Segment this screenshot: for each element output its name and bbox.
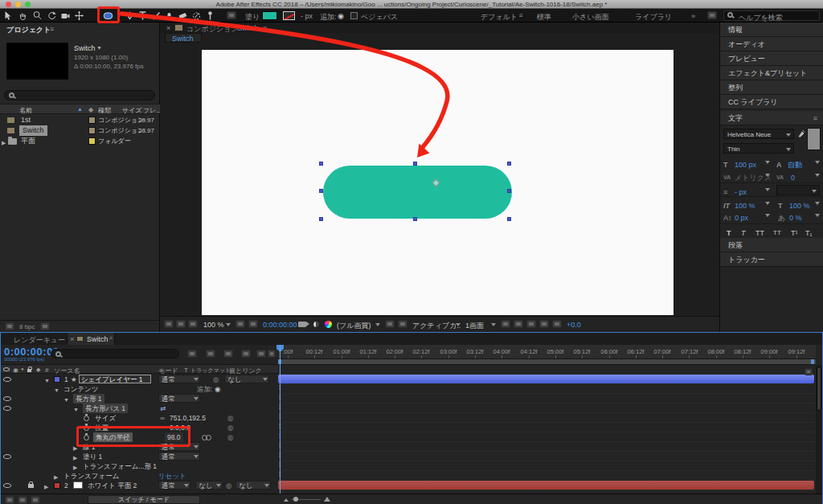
- eye-icon[interactable]: [3, 396, 11, 401]
- camera-tool[interactable]: [60, 10, 71, 21]
- comp-timecode[interactable]: 0:00:00:00: [263, 321, 297, 329]
- project-panel-title[interactable]: プロジェクト: [6, 25, 51, 35]
- group-name[interactable]: トランスフォーム...形 1: [83, 461, 157, 471]
- exposure-value[interactable]: +0.0: [567, 321, 581, 329]
- sort-asc-icon[interactable]: ▲: [77, 106, 83, 112]
- layer-bar-solid[interactable]: [278, 481, 814, 490]
- close-tab-icon[interactable]: ×: [70, 335, 74, 343]
- column-name[interactable]: 名前: [19, 106, 32, 115]
- chevron-down-icon[interactable]: [815, 161, 820, 164]
- composition-mini-flowchart-icon[interactable]: [187, 350, 197, 358]
- group-name[interactable]: 長方形 1: [73, 394, 104, 404]
- timeline-tracks[interactable]: I I I I I I I I I I: [278, 365, 816, 494]
- show-snapshot-icon[interactable]: [313, 321, 320, 328]
- workspace-standard[interactable]: 標準: [537, 12, 551, 23]
- comp-viewer-tab-label[interactable]: Switch: [172, 35, 194, 43]
- group-row-transform[interactable]: ▶ トランスフォーム リセット: [1, 471, 278, 481]
- layer-color-swatch[interactable]: [54, 376, 60, 383]
- eye-icon[interactable]: [3, 483, 11, 488]
- toggle-switches-modes-button[interactable]: スイッチ / モード: [88, 495, 200, 504]
- fill-color-swatch[interactable]: [262, 11, 277, 20]
- chevron-down-icon[interactable]: [765, 174, 770, 177]
- zoom-tool[interactable]: [32, 10, 43, 21]
- brush-tool[interactable]: [151, 10, 162, 21]
- layer-name-edit[interactable]: シェイプレイヤー 1: [79, 375, 151, 383]
- shape-layer-pill[interactable]: [323, 166, 512, 219]
- channel-wheel-icon[interactable]: [325, 321, 332, 328]
- property-pickwhip-icon[interactable]: ◎: [227, 423, 233, 432]
- add-property-icon[interactable]: ◉: [215, 384, 220, 394]
- pixel-aspect-icon[interactable]: [501, 320, 510, 328]
- label-color-swatch[interactable]: [88, 137, 96, 145]
- grid-guides-icon[interactable]: [235, 320, 245, 328]
- workspace-small-screen[interactable]: 小さい画面: [572, 12, 608, 23]
- interpret-footage-icon[interactable]: [5, 322, 14, 330]
- chevron-down-icon[interactable]: [456, 323, 461, 326]
- work-area-bar[interactable]: [278, 359, 816, 365]
- help-search-field[interactable]: ヘルプを検索: [723, 10, 820, 21]
- panel-menu-icon[interactable]: ≡: [50, 25, 54, 33]
- fast-previews-icon[interactable]: [514, 320, 523, 328]
- chevron-down-icon[interactable]: [765, 202, 770, 205]
- property-name[interactable]: 角丸の半径: [93, 432, 133, 442]
- chevron-down-icon[interactable]: [765, 188, 770, 191]
- selection-handle[interactable]: [507, 189, 511, 193]
- region-of-interest-icon[interactable]: [385, 320, 395, 328]
- stroke-color-swatch[interactable]: [283, 11, 295, 20]
- stopwatch-icon[interactable]: [84, 435, 89, 440]
- workspace-menu-icon[interactable]: ≡: [519, 12, 523, 19]
- workspace-bar-icon[interactable]: [707, 11, 717, 19]
- vertical-scrollbar[interactable]: [816, 365, 822, 494]
- keyframe-link-icon[interactable]: [202, 435, 211, 439]
- layer-color-swatch[interactable]: [54, 482, 60, 489]
- label-column-icon[interactable]: ◆: [88, 106, 93, 113]
- pan-behind-tool[interactable]: [74, 10, 84, 21]
- property-name[interactable]: サイズ: [95, 413, 116, 423]
- layer-name[interactable]: ホワイト 平面 2: [88, 481, 137, 490]
- panel-align[interactable]: 整列: [720, 80, 823, 95]
- flowchart-icon[interactable]: [539, 320, 549, 328]
- timeline-comp-tab[interactable]: × Switch ≡: [67, 333, 115, 345]
- workspace-default[interactable]: デフォルト: [481, 12, 518, 23]
- chevron-down-icon[interactable]: [765, 214, 770, 217]
- chevron-down-icon[interactable]: [765, 161, 770, 164]
- create-folder-icon[interactable]: [40, 322, 50, 330]
- column-type[interactable]: 種類: [98, 106, 111, 115]
- eye-icon[interactable]: [3, 454, 11, 459]
- work-area-end-handle[interactable]: [811, 359, 814, 364]
- more-workspaces-icon[interactable]: »: [691, 12, 695, 20]
- comp-panel-name[interactable]: Switch: [237, 24, 259, 32]
- eyedropper-icon[interactable]: [797, 129, 805, 138]
- expand-transfer-controls-icon[interactable]: [18, 496, 27, 504]
- layer-row-solid[interactable]: ▶ 2 ホワイト 平面 2 通常 なし ◎ なし: [1, 481, 278, 490]
- comp-marker-bin-icon[interactable]: [805, 368, 813, 375]
- selection-handle[interactable]: [413, 217, 417, 221]
- eye-icon[interactable]: [3, 377, 11, 382]
- primary-viewer-icon[interactable]: [176, 320, 186, 328]
- project-item-row[interactable]: 1st コンポジション 29.97: [0, 115, 160, 125]
- chevron-down-icon[interactable]: [815, 202, 820, 205]
- item-name[interactable]: 1st: [21, 115, 31, 125]
- time-ruler[interactable]: :00f 00:12f 01:00f 01:12f 02:00f 02:12f …: [278, 345, 816, 359]
- scrollbar-thumb[interactable]: [817, 367, 821, 411]
- property-pickwhip-icon[interactable]: ◎: [227, 413, 233, 423]
- group-row-rectangle[interactable]: ▼ 長方形 1 通常: [1, 394, 278, 404]
- group-name[interactable]: コンテンツ: [63, 384, 99, 394]
- magnification-value[interactable]: 100 %: [203, 321, 224, 329]
- clone-stamp-tool[interactable]: [164, 10, 174, 21]
- camera-view-value[interactable]: アクティブカ..: [412, 321, 461, 331]
- expand-layer-switches-icon[interactable]: [5, 496, 14, 504]
- project-comp-name[interactable]: Switch: [74, 44, 96, 52]
- rounded-rectangle-tool[interactable]: [103, 10, 113, 21]
- panel-preview[interactable]: プレビュー: [720, 51, 823, 66]
- stroke-style-select[interactable]: [776, 185, 820, 195]
- layer-row-shape[interactable]: ▼ 1 ★ シェイプレイヤー 1 通常 ◎ なし: [1, 375, 278, 384]
- column-frame[interactable]: フレ..: [143, 106, 160, 115]
- property-value[interactable]: 0.0,0.0: [170, 423, 190, 432]
- label-color-swatch[interactable]: [88, 127, 96, 134]
- add-property-label[interactable]: 追加:: [197, 384, 212, 394]
- eye-icon[interactable]: [3, 406, 11, 411]
- constrain-proportions-icon[interactable]: ∞: [160, 413, 165, 423]
- selection-handle[interactable]: [319, 162, 323, 166]
- chevron-down-icon[interactable]: [815, 214, 820, 217]
